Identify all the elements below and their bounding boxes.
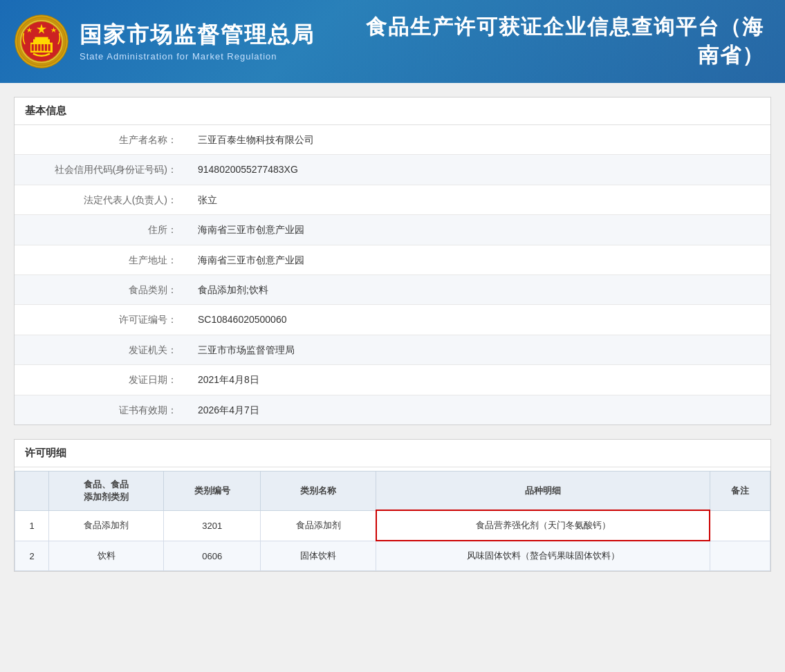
license-detail-table: 食品、食品 添加剂类别类别编号类别名称品种明细备注 1 食品添加剂 3201 食… xyxy=(15,471,770,572)
basic-info-card: 基本信息 生产者名称： 三亚百泰生物科技有限公司 社会信用代码(身份证号码)： … xyxy=(14,97,771,425)
info-label: 食品类别： xyxy=(15,274,187,304)
column-header: 备注 xyxy=(710,471,770,510)
detail-header-row: 食品、食品 添加剂类别类别编号类别名称品种明细备注 xyxy=(15,471,770,510)
info-value: 海南省三亚市创意产业园 xyxy=(187,245,770,274)
license-detail-card: 许可明细 食品、食品 添加剂类别类别编号类别名称品种明细备注 1 食品添加剂 3… xyxy=(14,439,771,572)
row-detail: 食品营养强化剂（天门冬氨酸钙） xyxy=(376,510,710,541)
column-header: 类别编号 xyxy=(164,471,261,510)
row-index: 2 xyxy=(15,541,49,571)
info-value: 2021年4月8日 xyxy=(187,365,770,395)
svg-rect-7 xyxy=(32,44,34,51)
info-value: 海南省三亚市创意产业园 xyxy=(187,215,770,245)
logo-text: 国家市场监督管理总局 State Administration for Mark… xyxy=(80,21,315,61)
info-label: 发证日期： xyxy=(15,365,187,395)
row-index: 1 xyxy=(15,510,49,541)
basic-info-row: 法定代表人(负责人)： 张立 xyxy=(15,185,770,214)
row-name: 食品添加剂 xyxy=(261,510,376,541)
row-code: 0606 xyxy=(164,541,261,571)
svg-rect-8 xyxy=(35,44,37,51)
license-detail-header: 许可明细 xyxy=(15,440,770,467)
info-label: 法定代表人(负责人)： xyxy=(15,185,187,214)
info-value: 三亚市市场监督管理局 xyxy=(187,335,770,364)
info-value: SC10846020500060 xyxy=(187,305,770,335)
row-category: 饮料 xyxy=(49,541,164,571)
row-remark xyxy=(710,510,770,541)
column-header: 类别名称 xyxy=(261,471,376,510)
info-value: 9148020055277483XG xyxy=(187,155,770,185)
info-value: 2026年4月7日 xyxy=(187,395,770,424)
info-label: 许可证编号： xyxy=(15,305,187,335)
row-code: 3201 xyxy=(164,510,261,541)
info-value: 食品添加剂;饮料 xyxy=(187,274,770,304)
info-label: 住所： xyxy=(15,215,187,245)
info-label: 证书有效期： xyxy=(15,395,187,424)
main-content: 基本信息 生产者名称： 三亚百泰生物科技有限公司 社会信用代码(身份证号码)： … xyxy=(0,83,785,599)
detail-row: 1 食品添加剂 3201 食品添加剂 食品营养强化剂（天门冬氨酸钙） xyxy=(15,510,770,541)
header: 国家市场监督管理总局 State Administration for Mark… xyxy=(0,0,785,83)
svg-rect-9 xyxy=(38,44,40,51)
page-title: 食品生产许可获证企业信息查询平台（海南省） xyxy=(360,13,785,70)
column-header: 品种明细 xyxy=(376,471,710,510)
basic-info-row: 许可证编号： SC10846020500060 xyxy=(15,305,770,335)
logo-chinese-name: 国家市场监督管理总局 xyxy=(80,21,315,48)
svg-rect-6 xyxy=(35,37,48,41)
detail-row: 2 饮料 0606 固体饮料 风味固体饮料（螯合钙果味固体饮料） xyxy=(15,541,770,571)
basic-info-header: 基本信息 xyxy=(15,97,770,125)
basic-info-row: 发证机关： 三亚市市场监督管理局 xyxy=(15,335,770,364)
basic-info-row: 发证日期： 2021年4月8日 xyxy=(15,365,770,395)
svg-rect-10 xyxy=(41,44,44,51)
basic-info-row: 社会信用代码(身份证号码)： 9148020055277483XG xyxy=(15,155,770,185)
column-header xyxy=(15,471,49,510)
row-remark xyxy=(710,541,770,571)
column-header: 食品、食品 添加剂类别 xyxy=(49,471,164,510)
basic-info-row: 住所： 海南省三亚市创意产业园 xyxy=(15,215,770,245)
info-label: 发证机关： xyxy=(15,335,187,364)
basic-info-row: 生产地址： 海南省三亚市创意产业园 xyxy=(15,245,770,274)
row-name: 固体饮料 xyxy=(261,541,376,571)
row-category: 食品添加剂 xyxy=(49,510,164,541)
info-label: 社会信用代码(身份证号码)： xyxy=(15,155,187,185)
national-emblem-icon xyxy=(14,14,69,69)
logo-english-name: State Administration for Market Regulati… xyxy=(80,51,315,62)
info-label: 生产地址： xyxy=(15,245,187,274)
basic-info-row: 生产者名称： 三亚百泰生物科技有限公司 xyxy=(15,125,770,155)
svg-rect-11 xyxy=(45,44,47,51)
svg-rect-12 xyxy=(48,44,50,51)
header-logo-area: 国家市场监督管理总局 State Administration for Mark… xyxy=(0,14,360,69)
basic-info-table: 生产者名称： 三亚百泰生物科技有限公司 社会信用代码(身份证号码)： 91480… xyxy=(15,125,770,424)
info-value: 张立 xyxy=(187,185,770,214)
basic-info-row: 证书有效期： 2026年4月7日 xyxy=(15,395,770,424)
info-value: 三亚百泰生物科技有限公司 xyxy=(187,125,770,155)
row-detail: 风味固体饮料（螯合钙果味固体饮料） xyxy=(376,541,710,571)
basic-info-row: 食品类别： 食品添加剂;饮料 xyxy=(15,274,770,304)
info-label: 生产者名称： xyxy=(15,125,187,155)
